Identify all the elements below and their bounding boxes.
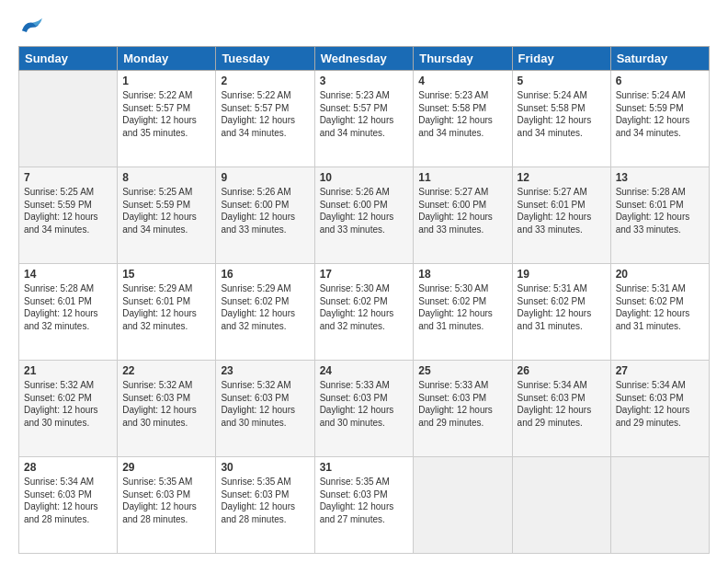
calendar-cell: 18Sunrise: 5:30 AM Sunset: 6:02 PM Dayli… bbox=[414, 264, 512, 361]
day-number: 5 bbox=[518, 75, 606, 87]
day-info: Sunrise: 5:25 AM Sunset: 5:59 PM Dayligh… bbox=[24, 186, 112, 236]
calendar-cell: 22Sunrise: 5:32 AM Sunset: 6:03 PM Dayli… bbox=[118, 361, 216, 457]
calendar-cell: 19Sunrise: 5:31 AM Sunset: 6:02 PM Dayli… bbox=[512, 264, 610, 361]
calendar-week-row: 21Sunrise: 5:32 AM Sunset: 6:02 PM Dayli… bbox=[19, 361, 710, 457]
day-number: 14 bbox=[24, 268, 112, 281]
day-number: 3 bbox=[320, 75, 409, 87]
day-info: Sunrise: 5:30 AM Sunset: 6:02 PM Dayligh… bbox=[320, 282, 409, 332]
day-info: Sunrise: 5:30 AM Sunset: 6:02 PM Dayligh… bbox=[418, 282, 506, 332]
calendar-cell: 16Sunrise: 5:29 AM Sunset: 6:02 PM Dayli… bbox=[216, 264, 314, 361]
day-number: 2 bbox=[221, 75, 309, 87]
day-info: Sunrise: 5:31 AM Sunset: 6:02 PM Dayligh… bbox=[518, 282, 606, 332]
day-info: Sunrise: 5:32 AM Sunset: 6:03 PM Dayligh… bbox=[221, 379, 309, 429]
day-info: Sunrise: 5:35 AM Sunset: 6:03 PM Dayligh… bbox=[122, 476, 210, 525]
day-number: 27 bbox=[616, 364, 704, 377]
day-number: 7 bbox=[24, 171, 112, 184]
calendar-week-row: 7Sunrise: 5:25 AM Sunset: 5:59 PM Daylig… bbox=[19, 167, 710, 264]
day-number: 23 bbox=[221, 364, 309, 377]
day-info: Sunrise: 5:34 AM Sunset: 6:03 PM Dayligh… bbox=[518, 379, 606, 429]
day-number: 29 bbox=[122, 461, 210, 474]
calendar-cell: 29Sunrise: 5:35 AM Sunset: 6:03 PM Dayli… bbox=[118, 457, 216, 554]
day-info: Sunrise: 5:28 AM Sunset: 6:01 PM Dayligh… bbox=[24, 282, 112, 332]
calendar-cell: 3Sunrise: 5:23 AM Sunset: 5:57 PM Daylig… bbox=[314, 71, 414, 167]
calendar-cell: 1Sunrise: 5:22 AM Sunset: 5:57 PM Daylig… bbox=[118, 71, 216, 167]
weekday-header-sunday: Sunday bbox=[19, 47, 118, 71]
calendar-cell: 9Sunrise: 5:26 AM Sunset: 6:00 PM Daylig… bbox=[216, 167, 314, 264]
day-number: 4 bbox=[418, 75, 506, 87]
day-info: Sunrise: 5:27 AM Sunset: 6:00 PM Dayligh… bbox=[418, 186, 506, 236]
day-info: Sunrise: 5:32 AM Sunset: 6:03 PM Dayligh… bbox=[122, 379, 210, 429]
day-info: Sunrise: 5:22 AM Sunset: 5:57 PM Dayligh… bbox=[122, 89, 210, 139]
calendar-cell: 15Sunrise: 5:29 AM Sunset: 6:01 PM Dayli… bbox=[118, 264, 216, 361]
day-number: 30 bbox=[221, 461, 309, 474]
calendar-header-row: SundayMondayTuesdayWednesdayThursdayFrid… bbox=[19, 47, 710, 71]
day-info: Sunrise: 5:33 AM Sunset: 6:03 PM Dayligh… bbox=[418, 379, 506, 429]
calendar-table: SundayMondayTuesdayWednesdayThursdayFrid… bbox=[18, 46, 710, 554]
calendar-cell: 12Sunrise: 5:27 AM Sunset: 6:01 PM Dayli… bbox=[512, 167, 610, 264]
day-info: Sunrise: 5:29 AM Sunset: 6:02 PM Dayligh… bbox=[221, 282, 309, 332]
page: SundayMondayTuesdayWednesdayThursdayFrid… bbox=[0, 0, 728, 563]
calendar-cell: 14Sunrise: 5:28 AM Sunset: 6:01 PM Dayli… bbox=[19, 264, 118, 361]
calendar-cell: 17Sunrise: 5:30 AM Sunset: 6:02 PM Dayli… bbox=[314, 264, 414, 361]
weekday-header-saturday: Saturday bbox=[610, 47, 709, 71]
calendar-cell: 6Sunrise: 5:24 AM Sunset: 5:59 PM Daylig… bbox=[610, 71, 709, 167]
calendar-cell bbox=[610, 457, 709, 554]
day-number: 17 bbox=[320, 268, 409, 281]
day-info: Sunrise: 5:29 AM Sunset: 6:01 PM Dayligh… bbox=[122, 282, 210, 332]
calendar-week-row: 28Sunrise: 5:34 AM Sunset: 6:03 PM Dayli… bbox=[19, 457, 710, 554]
day-info: Sunrise: 5:33 AM Sunset: 6:03 PM Dayligh… bbox=[320, 379, 409, 429]
calendar-cell: 4Sunrise: 5:23 AM Sunset: 5:58 PM Daylig… bbox=[414, 71, 512, 167]
day-info: Sunrise: 5:23 AM Sunset: 5:57 PM Dayligh… bbox=[320, 89, 409, 139]
day-number: 9 bbox=[221, 171, 309, 184]
day-number: 12 bbox=[518, 171, 606, 184]
day-number: 21 bbox=[24, 364, 112, 377]
day-number: 6 bbox=[616, 75, 704, 87]
calendar-cell: 31Sunrise: 5:35 AM Sunset: 6:03 PM Dayli… bbox=[314, 457, 414, 554]
weekday-header-monday: Monday bbox=[118, 47, 216, 71]
day-number: 13 bbox=[616, 171, 704, 184]
day-info: Sunrise: 5:23 AM Sunset: 5:58 PM Dayligh… bbox=[418, 89, 506, 139]
logo-icon bbox=[18, 17, 44, 37]
calendar-cell bbox=[414, 457, 512, 554]
calendar-week-row: 1Sunrise: 5:22 AM Sunset: 5:57 PM Daylig… bbox=[19, 71, 710, 167]
calendar-cell: 20Sunrise: 5:31 AM Sunset: 6:02 PM Dayli… bbox=[610, 264, 709, 361]
calendar-cell: 11Sunrise: 5:27 AM Sunset: 6:00 PM Dayli… bbox=[414, 167, 512, 264]
weekday-header-tuesday: Tuesday bbox=[216, 47, 314, 71]
day-info: Sunrise: 5:25 AM Sunset: 5:59 PM Dayligh… bbox=[122, 186, 210, 236]
calendar-cell: 27Sunrise: 5:34 AM Sunset: 6:03 PM Dayli… bbox=[610, 361, 709, 457]
day-info: Sunrise: 5:28 AM Sunset: 6:01 PM Dayligh… bbox=[616, 186, 704, 236]
day-info: Sunrise: 5:34 AM Sunset: 6:03 PM Dayligh… bbox=[616, 379, 704, 429]
calendar-cell: 2Sunrise: 5:22 AM Sunset: 5:57 PM Daylig… bbox=[216, 71, 314, 167]
day-number: 19 bbox=[518, 268, 606, 281]
day-number: 10 bbox=[320, 171, 409, 184]
day-number: 1 bbox=[122, 75, 210, 87]
calendar-cell bbox=[512, 457, 610, 554]
calendar-cell: 25Sunrise: 5:33 AM Sunset: 6:03 PM Dayli… bbox=[414, 361, 512, 457]
day-number: 25 bbox=[418, 364, 506, 377]
weekday-header-wednesday: Wednesday bbox=[314, 47, 414, 71]
weekday-header-thursday: Thursday bbox=[414, 47, 512, 71]
day-number: 8 bbox=[122, 171, 210, 184]
day-number: 26 bbox=[518, 364, 606, 377]
day-info: Sunrise: 5:26 AM Sunset: 6:00 PM Dayligh… bbox=[320, 186, 409, 236]
day-info: Sunrise: 5:34 AM Sunset: 6:03 PM Dayligh… bbox=[24, 476, 112, 525]
header bbox=[18, 17, 710, 37]
weekday-header-friday: Friday bbox=[512, 47, 610, 71]
day-info: Sunrise: 5:35 AM Sunset: 6:03 PM Dayligh… bbox=[221, 476, 309, 525]
calendar-cell: 24Sunrise: 5:33 AM Sunset: 6:03 PM Dayli… bbox=[314, 361, 414, 457]
calendar-cell: 13Sunrise: 5:28 AM Sunset: 6:01 PM Dayli… bbox=[610, 167, 709, 264]
calendar-cell: 23Sunrise: 5:32 AM Sunset: 6:03 PM Dayli… bbox=[216, 361, 314, 457]
day-number: 28 bbox=[24, 461, 112, 474]
day-info: Sunrise: 5:22 AM Sunset: 5:57 PM Dayligh… bbox=[221, 89, 309, 139]
logo bbox=[18, 17, 46, 37]
day-info: Sunrise: 5:26 AM Sunset: 6:00 PM Dayligh… bbox=[221, 186, 309, 236]
day-info: Sunrise: 5:24 AM Sunset: 5:59 PM Dayligh… bbox=[616, 89, 704, 139]
day-info: Sunrise: 5:35 AM Sunset: 6:03 PM Dayligh… bbox=[320, 476, 409, 525]
day-info: Sunrise: 5:32 AM Sunset: 6:02 PM Dayligh… bbox=[24, 379, 112, 429]
calendar-cell: 21Sunrise: 5:32 AM Sunset: 6:02 PM Dayli… bbox=[19, 361, 118, 457]
day-number: 24 bbox=[320, 364, 409, 377]
day-number: 22 bbox=[122, 364, 210, 377]
day-number: 20 bbox=[616, 268, 704, 281]
day-number: 18 bbox=[418, 268, 506, 281]
day-info: Sunrise: 5:24 AM Sunset: 5:58 PM Dayligh… bbox=[518, 89, 606, 139]
